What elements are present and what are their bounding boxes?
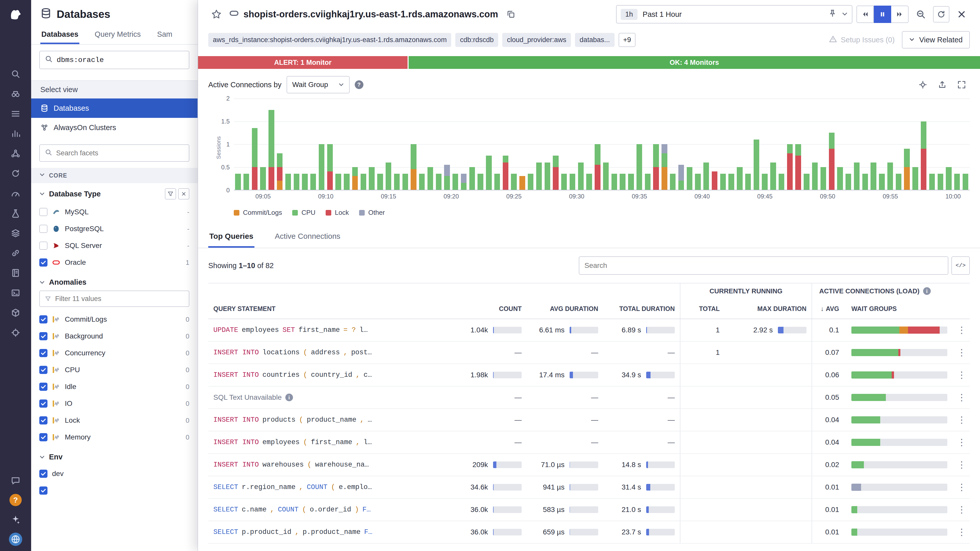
checkbox[interactable] xyxy=(39,366,48,374)
checkbox[interactable] xyxy=(39,259,48,267)
chevron-down-icon[interactable] xyxy=(842,10,848,19)
nav-network[interactable] xyxy=(8,146,23,161)
facet-header[interactable]: Database Type xyxy=(39,188,189,200)
nav-search[interactable] xyxy=(8,66,23,82)
copy-icon[interactable] xyxy=(503,6,519,22)
checkbox[interactable] xyxy=(39,383,48,391)
facet-header[interactable]: Anomalies xyxy=(39,278,189,286)
help-icon[interactable]: ? xyxy=(355,80,363,89)
facet-search-input[interactable] xyxy=(56,149,184,157)
tag-pill[interactable]: cloud_provider:aws xyxy=(502,33,571,47)
legend-item-lock[interactable]: Lock xyxy=(326,209,349,217)
nav-terminal[interactable] xyxy=(8,285,23,300)
tag-pill[interactable]: databas... xyxy=(575,33,614,47)
col-load-avg[interactable]: ↓AVG xyxy=(811,299,844,319)
table-row[interactable]: INSERT INTO locations ( address, post…——… xyxy=(208,341,970,364)
pin-icon[interactable] xyxy=(829,9,837,19)
nav-link[interactable] xyxy=(8,245,23,261)
legend-item-commit-logs[interactable]: Commit/Logs xyxy=(234,209,282,217)
checkbox[interactable] xyxy=(39,208,48,216)
refresh-icon[interactable] xyxy=(933,6,950,22)
nav-crosshair[interactable] xyxy=(8,325,23,340)
checkbox[interactable] xyxy=(39,241,48,250)
nav-binoculars[interactable] xyxy=(8,86,23,102)
checkbox[interactable] xyxy=(39,433,48,441)
col-wait-groups[interactable]: WAIT GROUPS xyxy=(844,299,953,319)
table-row[interactable]: UPDATE employees SET first_name = ? l…1.… xyxy=(208,319,970,341)
globe-avatar-icon[interactable] xyxy=(9,533,22,546)
info-icon[interactable]: i xyxy=(285,394,293,401)
nav-gauge[interactable] xyxy=(8,186,23,201)
nav-notebook[interactable] xyxy=(8,265,23,281)
col-running-total[interactable]: TOTAL xyxy=(680,299,725,319)
nav-layers[interactable] xyxy=(8,225,23,241)
col-total-duration[interactable]: TOTAL DURATION xyxy=(603,299,680,319)
rewind-button[interactable] xyxy=(856,6,874,23)
facet-item-cpu[interactable]: CPU0 xyxy=(39,362,189,378)
tag-pill[interactable]: cdb:rdscdb xyxy=(455,33,498,47)
core-section-header[interactable]: CORE xyxy=(31,168,197,183)
facet-item-background[interactable]: Background0 xyxy=(39,328,189,345)
info-icon[interactable]: i xyxy=(923,287,931,295)
table-row[interactable]: INSERT INTO products ( product_name, …——… xyxy=(208,409,970,431)
facet-item-postgresql[interactable]: PostgreSQL- xyxy=(39,221,189,237)
facet-item-concurrency[interactable]: Concurrency0 xyxy=(39,345,189,362)
wait-group-select[interactable]: Wait Group xyxy=(286,76,350,94)
code-view-button[interactable]: </> xyxy=(951,256,970,275)
search-input[interactable] xyxy=(57,56,184,64)
col-max-duration[interactable]: MAX DURATION xyxy=(725,299,811,319)
facet-item-memory[interactable]: Memory0 xyxy=(39,429,189,446)
table-row[interactable]: INSERT INTO employees ( first_name, l…——… xyxy=(208,431,970,454)
facet-filter-input[interactable] xyxy=(55,295,184,303)
zoom-out-icon[interactable] xyxy=(913,6,929,22)
facet-item-idle[interactable]: Idle0 xyxy=(39,378,189,395)
nav-bar-chart[interactable] xyxy=(8,126,23,141)
close-icon[interactable] xyxy=(953,6,970,22)
ok-monitors-segment[interactable]: OK: 4 Monitors xyxy=(409,56,980,69)
table-row[interactable]: SELECT p.product_id, p.product_name F…36… xyxy=(208,521,970,544)
datadog-logo-icon[interactable] xyxy=(7,5,24,22)
tags-more-button[interactable]: +9 xyxy=(619,33,636,47)
table-row[interactable]: SELECT c.name, COUNT ( o.order_id ) F…36… xyxy=(208,499,970,521)
nav-list[interactable] xyxy=(8,106,23,121)
checkbox[interactable] xyxy=(39,486,48,495)
col-query-statement[interactable]: QUERY STATEMENT xyxy=(208,299,461,319)
col-avg-duration[interactable]: AVG DURATION xyxy=(527,299,603,319)
nav-flask[interactable] xyxy=(8,206,23,221)
nav-cube[interactable] xyxy=(8,305,23,321)
table-row[interactable]: SELECT r.region_name, COUNT ( e.emplo…34… xyxy=(208,476,970,499)
view-related-button[interactable]: View Related xyxy=(902,31,970,48)
facet-item-io[interactable]: IO0 xyxy=(39,395,189,412)
legend-item-cpu[interactable]: CPU xyxy=(292,209,315,217)
facet-item-dev[interactable]: dev xyxy=(39,465,189,482)
col-count[interactable]: COUNT xyxy=(461,299,527,319)
row-menu-kebab-icon[interactable]: ⋮ xyxy=(953,431,970,453)
time-range-selector[interactable]: 1h Past 1 Hour xyxy=(616,5,853,24)
row-menu-kebab-icon[interactable]: ⋮ xyxy=(953,476,970,498)
tab-active-connections[interactable]: Active Connections xyxy=(274,225,342,248)
table-row[interactable]: SQL Text Unavailablei———0.05⋮ xyxy=(208,386,970,409)
checkbox[interactable] xyxy=(39,225,48,233)
facet-item-lock[interactable]: Lock0 xyxy=(39,412,189,429)
chat-icon[interactable] xyxy=(8,473,23,488)
checkbox[interactable] xyxy=(39,349,48,357)
tab-databases[interactable]: Databases xyxy=(40,25,80,44)
checkbox[interactable] xyxy=(39,332,48,340)
tag-pill[interactable]: aws_rds_instance:shopist-orders.cviighka… xyxy=(208,33,451,47)
row-menu-kebab-icon[interactable]: ⋮ xyxy=(953,386,970,408)
facet-item-sql-server[interactable]: SQL Server- xyxy=(39,237,189,254)
export-icon[interactable] xyxy=(934,76,950,93)
tab-samples[interactable]: Sam xyxy=(156,25,173,44)
row-menu-kebab-icon[interactable]: ⋮ xyxy=(953,409,970,431)
focus-icon[interactable] xyxy=(915,76,931,93)
select-view-item-alwayson-clusters[interactable]: AlwaysOn Clusters xyxy=(31,118,197,137)
checkbox[interactable] xyxy=(39,416,48,424)
sparkle-icon[interactable] xyxy=(8,512,23,527)
row-menu-kebab-icon[interactable]: ⋮ xyxy=(953,341,970,364)
tab-top-queries[interactable]: Top Queries xyxy=(208,225,255,248)
help-icon[interactable]: ? xyxy=(10,494,22,506)
checkbox[interactable] xyxy=(39,400,48,408)
clear-filter-icon[interactable] xyxy=(178,188,189,200)
row-menu-kebab-icon[interactable]: ⋮ xyxy=(953,499,970,521)
row-menu-kebab-icon[interactable]: ⋮ xyxy=(953,454,970,476)
